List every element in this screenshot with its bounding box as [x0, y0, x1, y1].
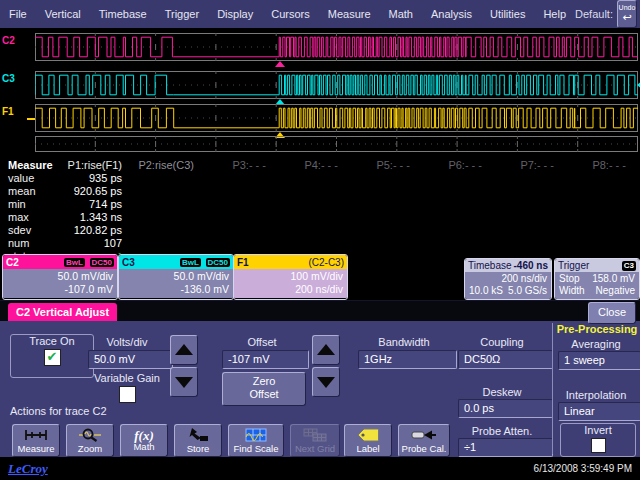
c2-dc50-badge: DC50 — [90, 258, 114, 267]
averaging-label: Averaging — [558, 338, 634, 350]
find-scale-button[interactable]: Find Scale — [228, 424, 284, 457]
c3-dc50-badge: DC50 — [206, 258, 230, 267]
volts-div-field[interactable]: 50.0 mV — [88, 350, 173, 369]
measure-value-p6 — [424, 172, 496, 185]
offset-field[interactable]: -107 mV — [222, 350, 309, 369]
waveform-display-area: C2C3F1 — [0, 28, 640, 155]
trigger-polarity: Negative — [596, 285, 635, 297]
offset-decrease-button[interactable] — [312, 367, 340, 397]
tab-c2-vertical-adjust[interactable]: C2 Vertical Adjust — [8, 303, 117, 321]
math-button[interactable]: f(x)Math — [120, 424, 168, 457]
menu-measure[interactable]: Measure — [319, 8, 380, 20]
action-label: Find Scale — [234, 444, 279, 454]
measure-mean-p7 — [496, 185, 568, 198]
trigger-source-badge: C3 — [622, 261, 636, 271]
measure-max-p5 — [352, 211, 424, 224]
c2-bwl-badge: BwL — [64, 258, 85, 267]
f1-time-per-div: 200 ns/div — [238, 283, 343, 296]
measure-num-p8 — [568, 237, 640, 250]
measure-num-p2 — [136, 237, 208, 250]
c3-descriptor-box[interactable]: C3 BwL DC50 50.0 mV/div -136.0 mV — [118, 254, 234, 300]
volts-div-increase-button[interactable] — [170, 335, 198, 365]
probe-cal-button[interactable]: Probe Cal. — [398, 424, 450, 457]
action-label: Probe Cal. — [402, 444, 447, 454]
measure-min-p6 — [424, 198, 496, 211]
variable-gain-checkbox[interactable] — [119, 386, 136, 403]
coupling-label: Coupling — [458, 336, 546, 348]
measure-param-header-p7[interactable]: P7:- - - — [496, 159, 568, 172]
action-label: Zoom — [78, 444, 102, 454]
offset-increase-button[interactable] — [312, 335, 340, 365]
measure-mean-p8 — [568, 185, 640, 198]
undo-arrow-icon: ↩ — [618, 12, 636, 22]
up-arrow-icon — [317, 344, 335, 355]
measure-num-p6 — [424, 237, 496, 250]
preprocessing-title: Pre-Processing — [554, 323, 640, 335]
menu-trigger[interactable]: Trigger — [156, 8, 208, 20]
averaging-field[interactable]: 1 sweep — [558, 351, 640, 370]
menu-analysis[interactable]: Analysis — [422, 8, 481, 20]
measure-param-header-p3[interactable]: P3:- - - — [208, 159, 280, 172]
menu-timebase[interactable]: Timebase — [90, 8, 156, 20]
f1-descriptor-box[interactable]: F1 (C2-C3) 100 mV/div 200 ns/div — [233, 254, 348, 300]
f1-grid — [35, 104, 638, 132]
menu-file[interactable]: File — [0, 8, 36, 20]
store-button[interactable]: Store — [174, 424, 222, 457]
bandwidth-field[interactable]: 1GHz — [358, 350, 457, 369]
menu-display[interactable]: Display — [208, 8, 262, 20]
close-button[interactable]: Close — [588, 302, 636, 324]
zero-offset-button[interactable]: Zero Offset — [222, 372, 306, 406]
measure-min-p4 — [280, 198, 352, 211]
measure-sdev-p1: 120.82 ps — [64, 224, 136, 237]
actions-for-trace-label: Actions for trace C2 — [10, 405, 107, 417]
action-label: Math — [133, 442, 154, 452]
measure-max-p6 — [424, 211, 496, 224]
trace-on-group: Trace On ✔ — [10, 334, 94, 378]
label-button[interactable]: Label — [344, 424, 392, 457]
trigger-title: Trigger — [558, 260, 589, 271]
coupling-field[interactable]: DC50Ω — [458, 350, 553, 369]
interpolation-field[interactable]: Linear — [558, 402, 640, 421]
menu-help[interactable]: Help — [534, 8, 575, 20]
measure-param-header-p4[interactable]: P4:- - - — [280, 159, 352, 172]
menu-math[interactable]: Math — [380, 8, 422, 20]
menu-utilities[interactable]: Utilities — [481, 8, 534, 20]
measure-param-header-p8[interactable]: P8:- - - — [568, 159, 640, 172]
measure-param-header-p5[interactable]: P5:- - - — [352, 159, 424, 172]
measure-sdev-p2 — [136, 224, 208, 237]
measure-max-p4 — [280, 211, 352, 224]
menu-vertical[interactable]: Vertical — [36, 8, 90, 20]
c2-offset-readout: -107.0 mV — [7, 283, 113, 296]
trace-on-checkbox[interactable]: ✔ — [44, 349, 61, 366]
descriptor-row: C2 BwL DC50 50.0 mV/div -107.0 mV C3 BwL… — [0, 254, 640, 300]
volts-div-decrease-button[interactable] — [170, 367, 198, 397]
invert-checkbox[interactable] — [591, 438, 606, 453]
measure-param-header-p2[interactable]: P2:rise(C3) — [136, 159, 208, 172]
down-arrow-icon — [175, 377, 193, 388]
measure-param-header-p6[interactable]: P6:- - - — [424, 159, 496, 172]
c2-name: C2 — [6, 257, 19, 268]
measure-max-p3 — [208, 211, 280, 224]
c2-descriptor-box[interactable]: C2 BwL DC50 50.0 mV/div -107.0 mV — [2, 254, 118, 300]
trigger-type: Width — [559, 285, 585, 297]
measure-mean-p3 — [208, 185, 280, 198]
trace-on-label: Trace On — [11, 335, 93, 347]
timebase-descriptor-box[interactable]: Timebase -460 ns 200 ns/div 10.0 kS 5.0 … — [464, 258, 552, 300]
deskew-label: Deskew — [458, 386, 546, 398]
measure-button[interactable]: Measure — [12, 424, 60, 457]
label-icon — [356, 428, 380, 444]
probe-atten-field[interactable]: ÷1 — [458, 438, 553, 457]
trigger-descriptor-box[interactable]: Trigger C3 Stop 158.0 mV Width Negative — [554, 258, 640, 300]
measure-mean-p2 — [136, 185, 208, 198]
zoom-icon — [78, 428, 102, 444]
measure-max-p2 — [136, 211, 208, 224]
menu-cursors[interactable]: Cursors — [262, 8, 319, 20]
measure-mean-p4 — [280, 185, 352, 198]
measure-sdev-p3 — [208, 224, 280, 237]
undo-button[interactable]: Undo ↩ — [617, 0, 637, 28]
measure-param-header-p1[interactable]: P1:rise(F1) — [64, 159, 136, 172]
trigger-level: 158.0 mV — [592, 273, 635, 285]
c2-trigger-time-marker[interactable] — [275, 61, 285, 67]
deskew-field[interactable]: 0.0 ps — [458, 399, 553, 418]
zoom-button[interactable]: Zoom — [66, 424, 114, 457]
